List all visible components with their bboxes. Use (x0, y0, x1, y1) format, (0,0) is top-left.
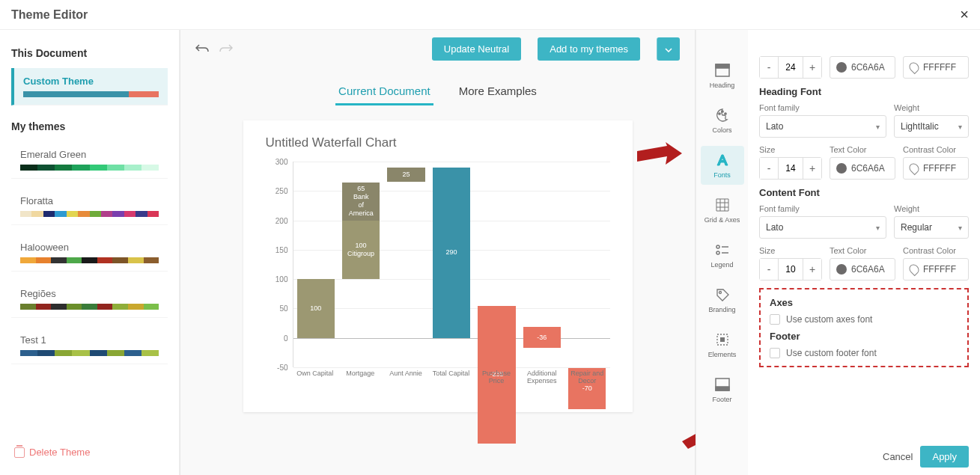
color-swatch (836, 163, 847, 174)
theme-name: Test 1 (20, 334, 159, 346)
svg-marker-0 (637, 142, 682, 165)
trash-icon (14, 447, 25, 458)
decrement-button[interactable]: - (760, 57, 778, 78)
theme-palette (20, 304, 159, 310)
category-branding[interactable]: Branding (701, 281, 744, 319)
tag-icon (714, 286, 731, 303)
svg-rect-3 (716, 64, 729, 68)
svg-point-7 (716, 245, 719, 248)
close-icon[interactable]: × (960, 6, 969, 23)
theme-palette (20, 165, 159, 171)
theme-name: Custom Theme (23, 76, 159, 87)
content-font-section: Content Font (759, 187, 969, 198)
sidebar: This Document Custom Theme My themes Eme… (0, 30, 180, 475)
category-fonts[interactable]: Fonts (701, 146, 744, 185)
footer-icon (714, 376, 731, 393)
size-input[interactable] (778, 259, 803, 280)
add-to-themes-dropdown[interactable] (657, 37, 680, 61)
category-legend[interactable]: Legend (701, 236, 744, 275)
sidebar-section-my-themes: My themes (11, 120, 168, 132)
theme-palette (20, 257, 159, 263)
heading-size-stepper[interactable]: - + (759, 157, 822, 180)
category-strip: Heading Colors Fonts Grid & Axes Legend … (696, 30, 748, 475)
heading-icon (714, 62, 731, 79)
title-size-stepper[interactable]: - + (759, 56, 822, 79)
svg-point-9 (716, 251, 719, 254)
elements-icon (714, 331, 731, 348)
svg-point-5 (721, 111, 722, 112)
decrement-button[interactable]: - (760, 158, 778, 179)
chevron-down-icon: ▾ (958, 123, 962, 131)
theme-card[interactable]: Regiões (11, 281, 168, 318)
undo-icon[interactable] (195, 43, 209, 54)
svg-point-4 (718, 113, 719, 114)
heading-text-color[interactable]: 6C6A6A (830, 157, 895, 180)
content-size-stepper[interactable]: - + (759, 258, 822, 281)
delete-theme-button[interactable]: Delete Theme (11, 441, 168, 464)
theme-card-custom[interactable]: Custom Theme (11, 68, 168, 105)
heading-font-weight-select[interactable]: LightItalic ▾ (894, 115, 969, 138)
content-font-weight-select[interactable]: Regular ▾ (894, 216, 969, 239)
annotation-highlight: Axes Use custom axes font Footer Use cus… (759, 288, 969, 367)
footer-font-checkbox[interactable] (770, 348, 780, 358)
delete-theme-label: Delete Theme (29, 447, 90, 458)
chart-title: Untitled Waterfall Chart (266, 135, 610, 150)
content-font-family-select[interactable]: Lato ▾ (759, 216, 886, 239)
size-input[interactable] (778, 57, 803, 78)
grid-icon (714, 197, 731, 213)
decrement-button[interactable]: - (760, 259, 778, 280)
content-text-color[interactable]: 6C6A6A (830, 258, 895, 281)
axes-section: Axes (770, 297, 958, 308)
svg-rect-15 (716, 387, 729, 390)
annotation-arrow (637, 142, 682, 172)
add-to-themes-button[interactable]: Add to my themes (538, 37, 640, 61)
update-neutral-button[interactable]: Update Neutral (432, 37, 521, 61)
category-grid-axes[interactable]: Grid & Axes (701, 191, 744, 230)
category-footer[interactable]: Footer (701, 370, 744, 409)
title-contrast-color[interactable]: FFFFFF (903, 56, 969, 79)
theme-palette (23, 91, 159, 97)
theme-palette (20, 211, 159, 217)
heading-font-family-select[interactable]: Lato ▾ (759, 115, 886, 138)
svg-point-6 (724, 113, 725, 114)
theme-name: Emerald Green (20, 149, 159, 160)
size-input[interactable] (778, 158, 803, 179)
font-icon (714, 152, 731, 168)
theme-card[interactable]: Emerald Green (11, 141, 168, 179)
increment-button[interactable]: + (803, 158, 821, 179)
tab-more-examples[interactable]: More Examples (456, 79, 540, 105)
chevron-down-icon: ▾ (876, 224, 880, 232)
apply-button[interactable]: Apply (920, 446, 969, 468)
category-colors[interactable]: Colors (701, 101, 744, 140)
increment-button[interactable]: + (803, 57, 821, 78)
svg-point-11 (719, 292, 721, 294)
color-swatch (836, 264, 847, 275)
theme-name: Halooween (20, 242, 159, 253)
heading-contrast-color[interactable]: FFFFFF (903, 157, 969, 180)
canvas-area: Update Neutral Add to my themes Current … (180, 30, 696, 475)
theme-card[interactable]: Halooween (11, 234, 168, 272)
content-contrast-color[interactable]: FFFFFF (903, 258, 969, 281)
theme-card[interactable]: Test 1 (11, 327, 168, 364)
chevron-down-icon: ▾ (958, 224, 962, 232)
category-heading[interactable]: Heading (701, 56, 744, 95)
theme-card[interactable]: Floratta (11, 188, 168, 225)
category-elements[interactable]: Elements (701, 325, 744, 364)
palette-icon (714, 107, 731, 123)
axes-font-checkbox[interactable] (770, 314, 780, 325)
page-title: Theme Editor (11, 8, 88, 22)
redo-icon[interactable] (219, 43, 233, 54)
cancel-button[interactable]: Cancel (883, 451, 913, 462)
title-text-color[interactable]: 6C6A6A (830, 56, 895, 79)
svg-rect-13 (720, 337, 725, 342)
legend-icon (714, 242, 731, 258)
drop-icon (907, 263, 921, 276)
heading-font-section: Heading Font (759, 86, 969, 97)
footer-font-label: Use custom footer font (786, 348, 877, 358)
chart-preview: Untitled Waterfall Chart -50050100150200… (243, 120, 633, 412)
tab-current-document[interactable]: Current Document (335, 79, 433, 105)
theme-name: Floratta (20, 195, 159, 206)
increment-button[interactable]: + (803, 259, 821, 280)
chevron-down-icon: ▾ (876, 123, 880, 131)
drop-icon (907, 162, 921, 175)
